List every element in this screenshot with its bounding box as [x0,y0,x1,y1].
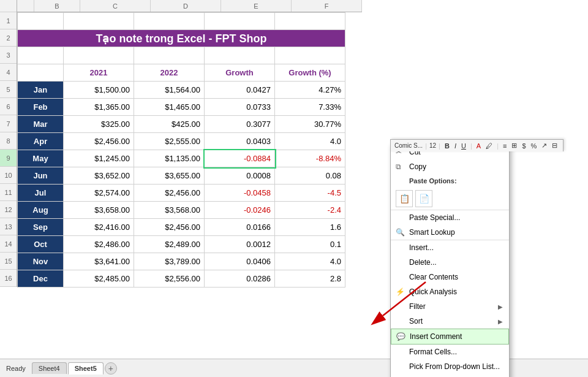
paste-special-label: Paste Special... [409,213,460,222]
quick-analysis-icon: ⚡ [396,288,405,296]
2021-mar: $325.00 [64,116,134,133]
growth-dec: 0.0286 [205,270,275,288]
menu-item-sort[interactable]: Sort▶ [391,314,509,329]
header-month [18,64,64,82]
growth-jul: -0.0458 [205,185,275,202]
growth-pct-may: -8.84% [275,150,345,167]
data-row-jan: Jan$1,500.00$1,564.000.04274.27% [18,82,345,99]
underline-button[interactable]: U [459,142,468,150]
row-num-15: 15 [0,253,17,270]
2021-may: $1,245.00 [64,150,134,167]
col-header-c: C [80,0,151,12]
status-text: Ready [6,365,26,372]
growth-pct-jan: 4.27% [275,82,345,99]
menu-item-filter[interactable]: Filter▶ [391,299,509,314]
clear-contents-label: Clear Contents [409,273,458,281]
menu-item-paste-options[interactable]: Paste Options: [391,174,509,188]
col-header-a [17,0,34,12]
header-2021: 2021 [64,64,134,82]
col-header-b: B [34,0,80,12]
menu-item-paste-special[interactable]: Paste Special... [391,210,509,225]
align-left-button[interactable]: ≡ [501,142,508,150]
2022-dec: $2,556.00 [134,270,205,288]
sheet-tabs: Sheet4 Sheet5 + [32,362,117,375]
growth-pct-feb: 7.33% [275,99,345,116]
row-num-13: 13 [0,218,17,235]
month-cell-may: May [18,150,64,167]
menu-item-copy[interactable]: ⧉Copy [391,159,509,174]
menu-item-clear-contents[interactable]: Clear Contents [391,270,509,284]
row-1 [18,13,345,30]
data-row-oct: Oct$2,486.00$2,489.000.00120.1 [18,236,345,253]
month-cell-feb: Feb [18,99,64,116]
menu-item-delete[interactable]: Delete... [391,255,509,270]
paste-icon-btn[interactable]: 📄 [415,190,432,207]
header-growth: Growth [205,64,275,82]
merge-button[interactable]: ⊞ [510,141,519,150]
month-cell-aug: Aug [18,202,64,219]
2022-jul: $2,456.00 [134,185,205,202]
quick-analysis-label: Quick Analysis [409,288,457,296]
row-num-7: 7 [0,115,17,132]
paste-icon-btn[interactable]: 📋 [396,190,413,207]
title-cell: Tạo note trong Excel - FPT Shop [18,30,345,47]
font-color-button[interactable]: A [475,142,483,150]
menu-item-define-name[interactable]: Define Name... [391,374,509,377]
header-row: 2021 2022 Growth Growth (%) [18,64,345,82]
italic-button[interactable]: I [453,142,458,150]
menu-item-smart-lookup[interactable]: 🔍Smart Lookup [391,225,509,240]
toolbar-sep4: | [497,142,499,150]
currency-button[interactable]: $ [520,142,527,150]
data-row-jul: Jul$2,574.00$2,456.00-0.0458-4.5 [18,185,345,202]
2021-dec: $2,485.00 [64,270,134,288]
col-header-e: E [221,0,292,12]
2021-aug: $3,658.00 [64,202,134,219]
row-num-1: 1 [0,12,17,29]
growth-pct-jun: 0.08 [275,167,345,185]
month-cell-nov: Nov [18,253,64,270]
data-row-sep: Sep$2,416.00$2,456.000.01661.6 [18,219,345,236]
menu-item-quick-analysis[interactable]: ⚡Quick Analysis [391,284,509,299]
add-sheet-button[interactable]: + [105,362,117,375]
toolbar-sep3: | [470,142,472,150]
insert-label: Insert... [409,243,434,252]
sheet-tab-sheet5[interactable]: Sheet5 [68,362,104,375]
data-row-apr: Apr$2,456.00$2,555.000.04034.0 [18,133,345,150]
row-num-6: 6 [0,98,17,115]
format-more-button[interactable]: ↗ [540,141,549,150]
menu-item-insert-comment[interactable]: 💬Insert Comment [391,329,509,345]
2021-feb: $1,365.00 [64,99,134,116]
percent-button[interactable]: % [529,142,539,150]
context-menu: ✂Cut⧉CopyPaste Options:📋📄Paste Special..… [390,144,510,377]
row-num-5: 5 [0,81,17,98]
2021-jan: $1,500.00 [64,82,134,99]
month-cell-jun: Jun [18,167,64,185]
header-2022: 2022 [134,64,205,82]
month-cell-mar: Mar [18,116,64,133]
growth-feb: 0.0733 [205,99,275,116]
month-cell-jul: Jul [18,185,64,202]
menu-item-insert[interactable]: Insert... [391,240,509,255]
month-cell-sep: Sep [18,219,64,236]
sheet-tab-sheet4[interactable]: Sheet4 [32,362,67,374]
data-row-mar: Mar$325.00$425.000.307730.77% [18,116,345,133]
row-num-2: 2 [0,29,17,47]
smart-lookup-label: Smart Lookup [409,228,455,237]
borders-button[interactable]: ⊟ [550,141,559,150]
row-num-16: 16 [0,270,17,287]
row-num-11: 11 [0,184,17,201]
data-row-dec: Dec$2,485.00$2,556.000.02862.8 [18,270,345,288]
filter-label: Filter [409,302,426,311]
growth-pct-oct: 0.1 [275,236,345,253]
title-row: Tạo note trong Excel - FPT Shop [18,30,345,47]
insert-comment-label: Insert Comment [410,332,462,341]
menu-item-pick-dropdown[interactable]: Pick From Drop-down List... [391,359,509,374]
fill-color-button[interactable]: 🖊 [484,142,494,150]
toolbar-sep2: | [439,142,440,150]
bold-button[interactable]: B [443,142,451,150]
header-growth-pct: Growth (%) [275,64,345,82]
growth-pct-dec: 2.8 [275,270,345,288]
growth-pct-apr: 4.0 [275,133,345,150]
data-row-aug: Aug$3,658.00$3,568.00-0.0246-2.4 [18,202,345,219]
menu-item-format-cells[interactable]: Format Cells... [391,345,509,359]
